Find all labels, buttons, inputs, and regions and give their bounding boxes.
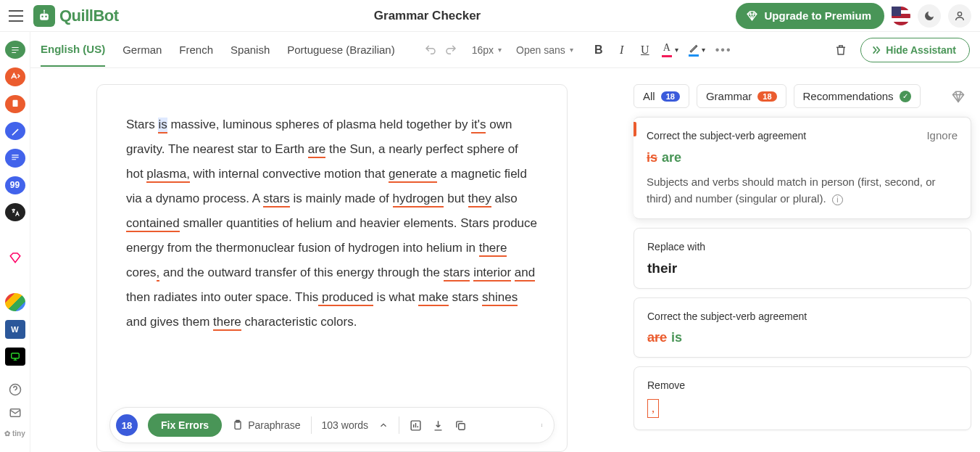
card-description: Subjects and verbs should match in perso… [647,174,958,207]
rail-item-plagiarism[interactable] [5,95,25,113]
svg-rect-7 [11,353,19,358]
rail-item-macos[interactable] [5,348,25,366]
chevron-right-double-icon [870,44,881,56]
diamond-icon [746,9,758,22]
rail-item-translator[interactable] [5,203,25,221]
document-card[interactable]: Stars is massive, luminous spheres of pl… [96,84,568,452]
check-icon: ✓ [900,91,911,102]
lang-tab-en-us[interactable]: English (US) [41,33,105,67]
undo-icon[interactable] [424,44,437,57]
editor-area: Stars is massive, luminous spheres of pl… [30,68,634,452]
hamburger-menu[interactable] [9,10,23,22]
download-icon[interactable] [432,419,444,432]
svg-point-1 [41,15,43,17]
stats-icon[interactable] [410,419,422,432]
kebab-icon[interactable] [540,419,544,432]
locale-flag-icon[interactable] [892,7,910,25]
remove-value: , [647,399,659,418]
lang-tab-es[interactable]: Spanish [231,33,270,66]
rail-item-word[interactable]: W [5,320,25,338]
svg-point-14 [541,425,542,426]
correction-text: areis [647,330,958,345]
chevron-up-icon[interactable] [378,420,389,430]
rail-item-summarizer[interactable] [5,149,25,167]
card-title: Replace with [647,241,705,252]
editor-footer: 18 Fix Errors Paraphrase 103 words [109,407,555,443]
lang-tab-de[interactable]: German [122,33,162,66]
lang-tab-fr[interactable]: French [179,33,213,66]
chevron-down-icon: ▾ [675,46,678,54]
hide-assistant-button[interactable]: Hide Assistant [860,38,970,62]
correction-text: isare [647,150,958,165]
word-count: 103 words [322,419,369,431]
tiny-attribution: ✿ tiny [4,430,25,437]
info-icon[interactable]: i [832,194,843,205]
rail-item-citation[interactable]: 99 [5,176,25,194]
paraphrase-button[interactable]: Paraphrase [232,419,300,431]
more-formatting-button[interactable]: ••• [715,44,732,57]
brand-name: QuillBot [59,7,119,25]
svg-point-13 [541,424,542,424]
mail-icon[interactable] [9,406,22,419]
highlight-color-button[interactable]: ▾ [689,43,705,57]
fix-errors-button[interactable]: Fix Errors [148,414,222,437]
chevron-down-icon: ▾ [498,46,502,54]
premium-suggestions-icon[interactable] [951,89,971,104]
brand-logo[interactable]: QuillBot [33,5,119,27]
text-color-button[interactable]: A ▾ [662,42,678,57]
chevron-down-icon: ▾ [702,46,705,54]
clear-editor-button[interactable] [834,44,847,57]
error-count-badge[interactable]: 18 [116,414,138,436]
document-text[interactable]: Stars is massive, luminous spheres of pl… [126,112,538,334]
svg-point-15 [541,426,542,427]
svg-point-2 [45,15,47,17]
suggestion-card[interactable]: Correct the subject-verb agreement Ignor… [634,117,971,219]
upgrade-button[interactable]: Upgrade to Premium [736,3,884,29]
copy-icon[interactable] [454,419,467,432]
editor-toolbar: English (US) German French Spanish Portu… [30,32,980,68]
trash-icon [834,44,847,57]
underline-button[interactable]: U [639,44,652,57]
language-tabs: English (US) German French Spanish Portu… [41,33,395,67]
chevron-down-icon: ▾ [570,46,573,54]
assistant-panel: All 18 Grammar 18 Recommendations ✓ [634,68,980,452]
suggestion-card[interactable]: Remove , [634,366,971,430]
paste-icon [232,419,244,431]
moon-icon [923,10,935,22]
ignore-button[interactable]: Ignore [926,129,958,141]
suggestion-card[interactable]: Replace with their [634,228,971,289]
svg-rect-0 [40,13,49,20]
logo-icon [33,5,55,27]
lang-tab-pt-br[interactable]: Portuguese (Brazilian) [287,33,394,66]
rail-item-premium[interactable] [5,248,25,266]
svg-point-4 [43,9,45,11]
rail-item-grammar[interactable] [5,67,25,86]
account-button[interactable] [948,4,971,28]
italic-button[interactable]: I [615,44,628,57]
rail-item-chrome[interactable] [5,293,25,311]
font-size-select[interactable]: 16px▾ [472,44,502,56]
card-title: Correct the subject-verb agreement [647,130,806,141]
rail-item-cowriter[interactable] [5,122,25,140]
theme-toggle[interactable] [918,4,941,28]
bold-button[interactable]: B [592,44,605,57]
person-icon [954,10,966,22]
font-family-select[interactable]: Open sans▾ [516,44,573,56]
redo-icon[interactable] [444,44,457,57]
highlighter-icon [689,43,699,53]
help-icon[interactable] [9,383,22,396]
svg-rect-6 [12,100,17,107]
assist-tab-all[interactable]: All 18 [634,84,689,108]
card-title: Remove [647,379,685,391]
rail-item-paraphraser[interactable] [5,41,25,59]
svg-rect-12 [459,423,465,430]
assist-tab-recs[interactable]: Recommendations ✓ [794,84,921,108]
assist-tab-grammar[interactable]: Grammar 18 [697,84,786,108]
page-title: Grammar Checker [119,9,736,23]
card-title: Correct the subject-verb agreement [647,311,807,322]
replace-value: their [647,260,958,276]
suggestion-card[interactable]: Correct the subject-verb agreement areis [634,297,971,358]
svg-point-5 [958,12,961,15]
side-rail: 99 W ✿ tiny [0,32,30,452]
